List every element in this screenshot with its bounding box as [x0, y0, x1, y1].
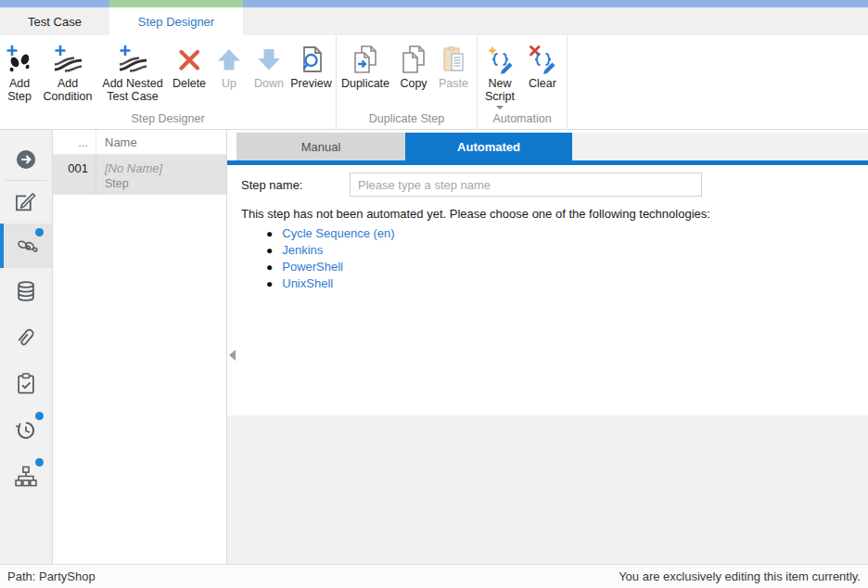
- history-icon: [13, 417, 39, 443]
- ribbon-empty-space: [568, 35, 868, 129]
- technology-list-item: ● PowerShell: [266, 261, 395, 274]
- sidebar-item-edit-details[interactable]: [0, 181, 52, 224]
- sidebar-item-attachments[interactable]: [0, 314, 52, 361]
- collapse-panel-handle[interactable]: [229, 350, 236, 361]
- bullet-icon: ●: [266, 262, 273, 274]
- technology-list: ● Cycle Sequence (en) ● Jenkins ● PowerS…: [266, 227, 395, 294]
- step-name-input[interactable]: [350, 173, 702, 197]
- ribbon-group-label-duplicate-step: Duplicate Step: [337, 112, 477, 125]
- step-list-header: ... Name: [53, 130, 226, 155]
- technology-link-powershell[interactable]: PowerShell: [282, 261, 343, 273]
- tasks-icon: [13, 371, 39, 397]
- new-script-dropdown-arrow[interactable]: [496, 106, 504, 109]
- hierarchy-badge: [35, 458, 44, 467]
- sidebar-item-navigate[interactable]: [0, 139, 52, 180]
- tab-manual[interactable]: Manual: [236, 133, 405, 160]
- move-down-button[interactable]: Down: [249, 40, 289, 90]
- step-name-placeholder-text: [No Name]: [105, 160, 226, 176]
- duplicate-icon: [351, 42, 380, 77]
- sidebar-item-history[interactable]: [0, 407, 52, 454]
- new-script-icon: [485, 42, 515, 77]
- status-bar: Path: PartyShop You are exclusively edit…: [0, 564, 868, 588]
- duplicate-button[interactable]: Duplicate: [337, 40, 394, 90]
- steps-badge: [35, 228, 44, 236]
- edit-details-icon: [13, 189, 39, 215]
- add-step-icon: [5, 42, 34, 77]
- bullet-icon: ●: [266, 228, 273, 240]
- tab-strip-filler: [572, 133, 868, 160]
- active-tab-accent: [109, 0, 243, 7]
- new-script-button[interactable]: New Script: [478, 40, 522, 109]
- add-condition-icon: [53, 42, 83, 77]
- step-detail-panel: Manual Automated Step name: This step ha…: [227, 130, 868, 564]
- add-condition-button[interactable]: Add Condition: [39, 40, 96, 103]
- ribbon-group-label-automation: Automation: [478, 112, 567, 125]
- ribbon-toolbar: Add Step Add Condition: [0, 35, 868, 130]
- attachments-icon: [13, 325, 39, 351]
- tab-step-designer[interactable]: Step Designer: [109, 7, 243, 35]
- delete-button[interactable]: Delete: [169, 40, 210, 90]
- tab-test-case[interactable]: Test Case: [0, 7, 109, 35]
- ribbon-group-automation: New Script Clear Automation: [478, 35, 568, 129]
- clear-script-icon: [528, 42, 557, 77]
- technology-link-unixshell[interactable]: UnixShell: [282, 277, 333, 289]
- bullet-icon: ●: [266, 278, 273, 290]
- test-data-icon: [13, 278, 39, 304]
- step-mode-tabs: Manual Automated: [227, 130, 868, 160]
- technology-link-cycle-sequence[interactable]: Cycle Sequence (en): [282, 227, 394, 239]
- move-down-icon: [254, 42, 284, 77]
- ribbon-group-duplicate-step: Duplicate Copy: [337, 35, 478, 129]
- tab-automated[interactable]: Automated: [405, 133, 572, 160]
- paste-icon: [439, 42, 468, 77]
- technology-link-jenkins[interactable]: Jenkins: [282, 244, 323, 256]
- hierarchy-icon: [13, 464, 39, 490]
- add-nested-test-case-icon: [118, 42, 147, 77]
- navigate-arrow-icon: [13, 147, 39, 173]
- step-type-label: Step: [105, 176, 226, 191]
- sidebar-item-hierarchy[interactable]: [0, 454, 52, 500]
- paste-button[interactable]: Paste: [433, 40, 474, 90]
- sidebar-item-test-data[interactable]: [0, 268, 52, 314]
- window-tab-bar: Test Case Step Designer: [0, 7, 868, 35]
- sidebar-item-tasks[interactable]: [0, 361, 52, 407]
- bullet-icon: ●: [266, 245, 273, 257]
- steps-icon: [15, 233, 41, 259]
- step-list-name-column-header[interactable]: Name: [96, 130, 226, 154]
- copy-icon: [399, 42, 428, 77]
- clear-script-button[interactable]: Clear: [522, 40, 563, 90]
- step-name-label: Step name:: [241, 178, 303, 192]
- ribbon-group-label-step-designer: Step Designer: [0, 112, 336, 125]
- add-step-button[interactable]: Add Step: [0, 40, 39, 103]
- application-window: Test Case Step Designer Add Step: [0, 0, 868, 588]
- step-list-row-selected[interactable]: 001 [No Name] Step: [53, 155, 226, 195]
- automation-message: This step has not been automated yet. Pl…: [241, 207, 710, 221]
- move-up-icon: [214, 42, 244, 77]
- status-editing-notice: You are exclusively editing this item cu…: [619, 569, 861, 583]
- left-navigation-sidebar: [0, 130, 53, 564]
- technology-list-item: ● UnixShell: [266, 277, 395, 290]
- step-list-panel: ... Name 001 [No Name] Step: [53, 130, 227, 564]
- move-up-button[interactable]: Up: [210, 40, 249, 90]
- status-path: Path: PartyShop: [7, 569, 96, 583]
- preview-icon: [297, 42, 326, 77]
- add-nested-test-case-button[interactable]: Add Nested Test Case: [96, 40, 169, 103]
- history-badge: [35, 412, 44, 420]
- step-number: 001: [53, 155, 96, 195]
- sidebar-item-steps[interactable]: [0, 224, 52, 268]
- ribbon-group-step-designer: Add Step Add Condition: [0, 35, 337, 129]
- copy-button[interactable]: Copy: [394, 40, 433, 90]
- technology-list-item: ● Cycle Sequence (en): [266, 227, 395, 240]
- top-accent-strip: [0, 0, 868, 7]
- technology-list-item: ● Jenkins: [266, 244, 395, 257]
- panel-background: [227, 415, 868, 564]
- delete-icon: [174, 42, 204, 77]
- step-list-menu-column-header[interactable]: ...: [53, 135, 96, 149]
- preview-button[interactable]: Preview: [289, 40, 333, 90]
